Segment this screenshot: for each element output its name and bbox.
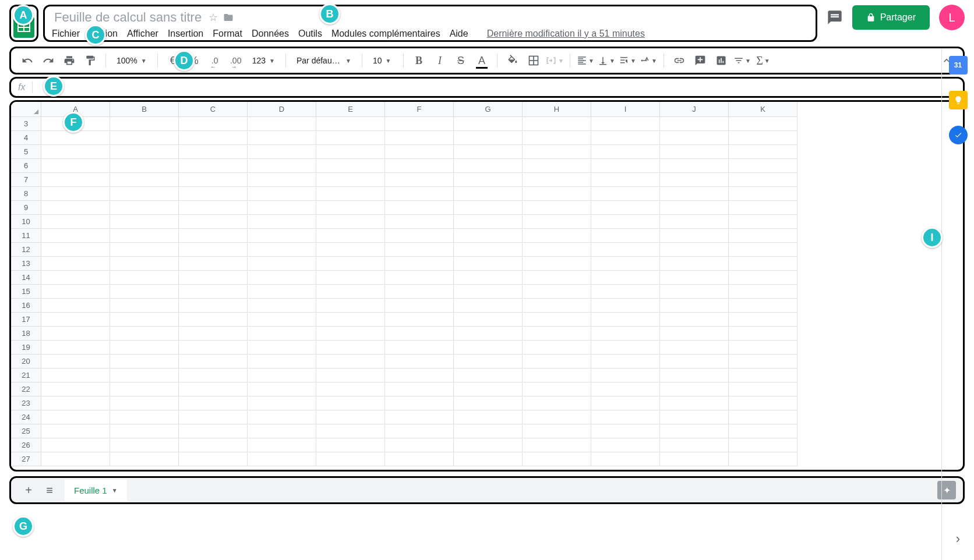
- cell-A15[interactable]: [41, 285, 110, 299]
- cell-J22[interactable]: [660, 382, 729, 396]
- cell-E7[interactable]: [316, 173, 385, 187]
- cell-D8[interactable]: [248, 187, 316, 201]
- cell-C26[interactable]: [179, 438, 248, 452]
- cell-D15[interactable]: [248, 285, 316, 299]
- cell-I10[interactable]: [591, 215, 660, 229]
- cell-I17[interactable]: [591, 313, 660, 327]
- cell-K17[interactable]: [729, 313, 797, 327]
- column-header-B[interactable]: B: [110, 102, 179, 117]
- cell-F26[interactable]: [385, 438, 454, 452]
- cell-H20[interactable]: [523, 355, 591, 368]
- cell-J10[interactable]: [660, 215, 729, 229]
- cell-K11[interactable]: [729, 229, 797, 243]
- row-header-15[interactable]: 15: [11, 285, 41, 299]
- cell-H4[interactable]: [523, 131, 591, 145]
- cell-B17[interactable]: [110, 313, 179, 327]
- side-panel-toggle-icon[interactable]: ›: [949, 530, 968, 548]
- cell-D24[interactable]: [248, 410, 316, 424]
- cell-E25[interactable]: [316, 424, 385, 438]
- column-header-H[interactable]: H: [523, 102, 591, 117]
- cell-J7[interactable]: [660, 173, 729, 187]
- cell-F19[interactable]: [385, 341, 454, 355]
- cell-J18[interactable]: [660, 327, 729, 341]
- cell-C17[interactable]: [179, 313, 248, 327]
- menu-data[interactable]: Données: [252, 29, 289, 39]
- cell-D19[interactable]: [248, 341, 316, 355]
- cell-D13[interactable]: [248, 257, 316, 271]
- cell-G13[interactable]: [454, 257, 523, 271]
- undo-button[interactable]: [18, 51, 37, 70]
- cell-B9[interactable]: [110, 201, 179, 215]
- cell-A24[interactable]: [41, 410, 110, 424]
- cell-G23[interactable]: [454, 396, 523, 410]
- cell-H9[interactable]: [523, 201, 591, 215]
- insert-link-button[interactable]: [670, 51, 689, 70]
- cell-E22[interactable]: [316, 382, 385, 396]
- cell-A8[interactable]: [41, 187, 110, 201]
- row-header-19[interactable]: 19: [11, 341, 41, 355]
- number-format-select[interactable]: 123▼: [248, 54, 280, 68]
- cell-G16[interactable]: [454, 299, 523, 313]
- cell-E3[interactable]: [316, 117, 385, 131]
- cell-D14[interactable]: [248, 271, 316, 285]
- cell-F27[interactable]: [385, 452, 454, 466]
- cell-H7[interactable]: [523, 173, 591, 187]
- horizontal-align-button[interactable]: ▼: [576, 51, 595, 70]
- cell-E11[interactable]: [316, 229, 385, 243]
- cell-J27[interactable]: [660, 452, 729, 466]
- increase-decimal-button[interactable]: .00→: [227, 51, 245, 70]
- cell-F12[interactable]: [385, 243, 454, 257]
- cell-H8[interactable]: [523, 187, 591, 201]
- cell-H23[interactable]: [523, 396, 591, 410]
- cell-C9[interactable]: [179, 201, 248, 215]
- row-header-3[interactable]: 3: [11, 117, 41, 131]
- cell-I15[interactable]: [591, 285, 660, 299]
- menu-help[interactable]: Aide: [450, 29, 468, 39]
- cell-C6[interactable]: [179, 159, 248, 173]
- cell-G21[interactable]: [454, 368, 523, 382]
- cell-J21[interactable]: [660, 368, 729, 382]
- cell-C16[interactable]: [179, 299, 248, 313]
- cell-F17[interactable]: [385, 313, 454, 327]
- row-header-18[interactable]: 18: [11, 327, 41, 341]
- cell-B3[interactable]: [110, 117, 179, 131]
- cell-B5[interactable]: [110, 145, 179, 159]
- cell-C4[interactable]: [179, 131, 248, 145]
- cell-B14[interactable]: [110, 271, 179, 285]
- cell-H6[interactable]: [523, 159, 591, 173]
- cell-C18[interactable]: [179, 327, 248, 341]
- row-header-27[interactable]: 27: [11, 452, 41, 466]
- cell-G12[interactable]: [454, 243, 523, 257]
- cell-H12[interactable]: [523, 243, 591, 257]
- cell-E19[interactable]: [316, 341, 385, 355]
- cell-C12[interactable]: [179, 243, 248, 257]
- cell-K8[interactable]: [729, 187, 797, 201]
- cell-K27[interactable]: [729, 452, 797, 466]
- cell-I19[interactable]: [591, 341, 660, 355]
- cell-F7[interactable]: [385, 173, 454, 187]
- cell-F15[interactable]: [385, 285, 454, 299]
- cell-F9[interactable]: [385, 201, 454, 215]
- print-button[interactable]: [60, 51, 79, 70]
- cell-J17[interactable]: [660, 313, 729, 327]
- row-header-13[interactable]: 13: [11, 257, 41, 271]
- cell-H22[interactable]: [523, 382, 591, 396]
- cell-E16[interactable]: [316, 299, 385, 313]
- cell-E10[interactable]: [316, 215, 385, 229]
- cell-J26[interactable]: [660, 438, 729, 452]
- column-header-G[interactable]: G: [454, 102, 523, 117]
- cell-C8[interactable]: [179, 187, 248, 201]
- cell-H3[interactable]: [523, 117, 591, 131]
- cell-D27[interactable]: [248, 452, 316, 466]
- cell-A27[interactable]: [41, 452, 110, 466]
- cell-B26[interactable]: [110, 438, 179, 452]
- cell-K12[interactable]: [729, 243, 797, 257]
- cell-B6[interactable]: [110, 159, 179, 173]
- row-header-14[interactable]: 14: [11, 271, 41, 285]
- cell-A4[interactable]: [41, 131, 110, 145]
- cell-C7[interactable]: [179, 173, 248, 187]
- cell-J5[interactable]: [660, 145, 729, 159]
- cell-I25[interactable]: [591, 424, 660, 438]
- cell-F16[interactable]: [385, 299, 454, 313]
- row-header-10[interactable]: 10: [11, 215, 41, 229]
